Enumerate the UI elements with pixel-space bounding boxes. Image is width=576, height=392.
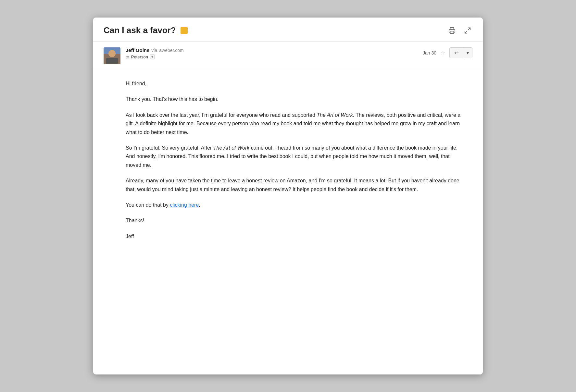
expand-button[interactable] <box>463 26 472 35</box>
email-window: Can I ask a favor? <box>93 18 483 374</box>
svg-line-2 <box>465 31 467 33</box>
paragraph-signature: Jeff <box>126 232 462 241</box>
subject-row: Can I ask a favor? <box>104 25 188 35</box>
sender-info: Jeff Goins via aweber.com to Peterson ▾ <box>126 47 184 59</box>
sender-name: Jeff Goins <box>126 47 149 53</box>
avatar <box>104 47 120 64</box>
header-icons <box>447 26 472 35</box>
label-tag-icon[interactable] <box>181 27 188 34</box>
paragraph-4: Already, many of you have taken the time… <box>126 177 462 194</box>
email-body: Hi friend, Thank you. That's how this ha… <box>93 69 483 254</box>
art-of-work-italic-2: The Art of Work <box>213 145 249 151</box>
to-label: to <box>126 55 129 59</box>
email-header: Can I ask a favor? <box>93 18 483 42</box>
paragraph-thanks: Thanks! <box>126 216 462 225</box>
more-actions-button[interactable]: ▾ <box>463 48 472 58</box>
action-buttons: ↩ ▾ <box>449 47 472 58</box>
sender-right: Jan 30 ☆ ↩ ▾ <box>423 47 472 58</box>
svg-line-1 <box>468 28 470 30</box>
paragraph-5: You can do that by clicking here. <box>126 201 462 209</box>
art-of-work-italic-1: The Art of Work <box>317 112 353 118</box>
sender-domain: aweber.com <box>159 48 183 53</box>
recipient-dropdown[interactable]: ▾ <box>150 54 155 59</box>
sender-left: Jeff Goins via aweber.com to Peterson ▾ <box>104 47 184 64</box>
sender-via-label: via <box>151 48 157 53</box>
email-subject: Can I ask a favor? <box>104 25 176 35</box>
reply-button[interactable]: ↩ <box>450 48 463 58</box>
star-button[interactable]: ☆ <box>440 49 445 56</box>
print-button[interactable] <box>447 26 457 35</box>
paragraph-2: As I look back over the last year, I'm g… <box>126 111 462 137</box>
paragraph-3: So I'm grateful. So very grateful. After… <box>126 144 462 169</box>
to-name: Peterson <box>131 55 148 59</box>
email-date: Jan 30 <box>423 50 436 55</box>
sender-name-row: Jeff Goins via aweber.com <box>126 47 184 53</box>
clicking-here-link[interactable]: clicking here <box>170 202 199 208</box>
svg-rect-0 <box>450 31 454 33</box>
paragraph-1: Thank you. That's how this has to begin. <box>126 95 462 104</box>
greeting: Hi friend, <box>126 80 462 88</box>
sender-section: Jeff Goins via aweber.com to Peterson ▾ … <box>93 42 483 69</box>
sender-to-row: to Peterson ▾ <box>126 54 184 59</box>
